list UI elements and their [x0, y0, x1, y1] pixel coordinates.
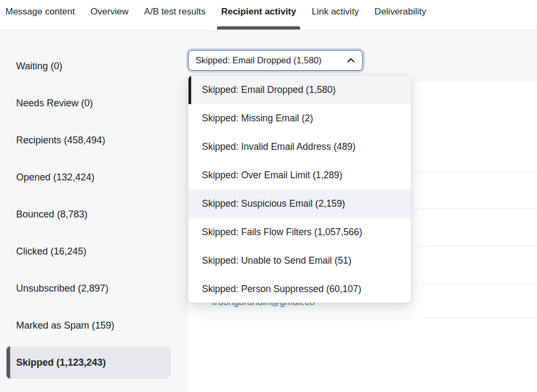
- skipped-filter-dropdown-menu: Skipped: Email Dropped (1,580) Skipped: …: [188, 75, 411, 303]
- tab-link-activity[interactable]: Link activity: [307, 0, 363, 30]
- skipped-filter-selected-label: Skipped: Email Dropped (1,580): [195, 55, 322, 66]
- tab-recipient-activity[interactable]: Recipient activity: [217, 0, 301, 30]
- skipped-filter-dropdown-button[interactable]: Skipped: Email Dropped (1,580): [188, 50, 363, 71]
- tab-ab-test-results[interactable]: A/B test results: [140, 0, 209, 30]
- sidebar-item-unsubscribed[interactable]: Unsubscribed (2,897): [6, 273, 171, 304]
- dropdown-option-person-suppressed[interactable]: Skipped: Person Suppressed (60,107): [188, 275, 411, 303]
- sidebar-item-waiting[interactable]: Waiting (0): [6, 50, 171, 82]
- table-row-divider: [205, 318, 537, 318]
- dropdown-option-invalid-email[interactable]: Skipped: Invalid Email Address (489): [188, 133, 411, 161]
- sidebar-item-clicked[interactable]: Clicked (16,245): [6, 236, 171, 267]
- sidebar-item-skipped[interactable]: Skipped (1,123,243): [6, 346, 171, 379]
- report-tabbar: Message content Overview A/B test result…: [0, 0, 537, 31]
- tab-deliverability[interactable]: Deliverability: [370, 0, 430, 30]
- dropdown-option-fails-flow-filters[interactable]: Skipped: Fails Flow Filters (1,057,566): [188, 218, 411, 246]
- dropdown-option-over-email-limit[interactable]: Skipped: Over Email Limit (1,289): [188, 161, 411, 190]
- sidebar-item-needs-review[interactable]: Needs Review (0): [6, 88, 171, 119]
- sidebar-item-bounced[interactable]: Bounced (8,783): [6, 199, 171, 230]
- dropdown-option-email-dropped[interactable]: Skipped: Email Dropped (1,580): [188, 76, 411, 104]
- dropdown-option-suspicious-email[interactable]: Skipped: Suspicious Email (2,159): [188, 190, 411, 218]
- tab-overview[interactable]: Overview: [86, 0, 133, 30]
- tab-message-content[interactable]: Message content: [1, 0, 79, 30]
- dropdown-option-missing-email[interactable]: Skipped: Missing Email (2): [188, 104, 411, 133]
- dropdown-option-unable-to-send-email[interactable]: Skipped: Unable to Send Email (51): [188, 246, 411, 275]
- sidebar-item-opened[interactable]: Opened (132,424): [6, 162, 171, 193]
- sidebar-item-marked-as-spam[interactable]: Marked as Spam (159): [6, 310, 171, 341]
- sidebar-item-recipients[interactable]: Recipients (458,494): [6, 125, 171, 156]
- recipient-status-sidebar: Waiting (0) Needs Review (0) Recipients …: [0, 31, 188, 392]
- chevron-up-icon: [346, 56, 355, 65]
